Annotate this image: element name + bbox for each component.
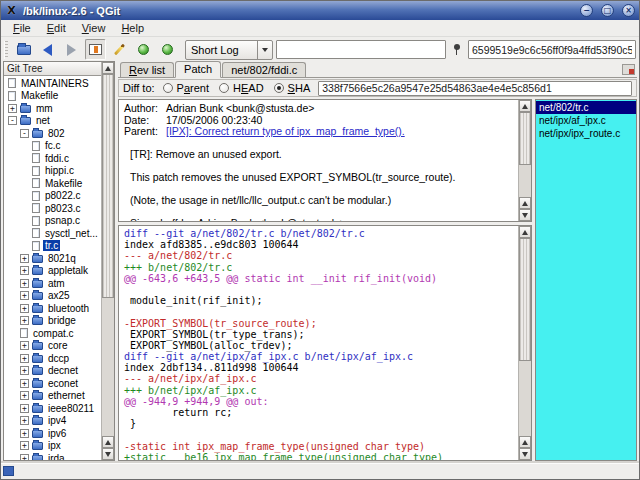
tree-item-p8022-c[interactable]: p8022.c	[4, 190, 101, 203]
expander-plus-icon[interactable]: +	[20, 341, 29, 350]
tree-item-8021q[interactable]: +8021q	[4, 252, 101, 265]
expander-minus-icon[interactable]: -	[20, 129, 29, 138]
scroll-track[interactable]	[519, 238, 531, 436]
scroll-track[interactable]	[519, 112, 531, 197]
tree-item-fc-c[interactable]: fc.c	[4, 140, 101, 153]
changed-file-net-802-tr-c[interactable]: net/802/tr.c	[536, 101, 636, 114]
tree-item-p8023-c[interactable]: p8023.c	[4, 202, 101, 215]
menu-item-view[interactable]: View	[74, 21, 114, 35]
diff-to-radio-sha[interactable]: SHA	[274, 82, 311, 94]
expander-plus-icon[interactable]: +	[20, 441, 29, 450]
tree-item-makefile[interactable]: Makefile	[4, 90, 101, 103]
expander-plus-icon[interactable]: +	[20, 279, 29, 288]
scroll-down-button[interactable]	[519, 448, 531, 460]
expander-plus-icon[interactable]: +	[20, 304, 29, 313]
tree-item-802[interactable]: -802	[4, 127, 101, 140]
tree-item-core[interactable]: +core	[4, 340, 101, 353]
tree-item-atm[interactable]: +atm	[4, 277, 101, 290]
expander-plus-icon[interactable]: +	[20, 291, 29, 300]
tab-rev-list[interactable]: Rev list	[120, 62, 174, 77]
expander-plus-icon[interactable]: +	[20, 404, 29, 413]
diff-to-sha-field[interactable]	[318, 81, 632, 96]
commit-scrollbar[interactable]	[518, 100, 531, 221]
expander-plus-icon[interactable]: +	[20, 316, 29, 325]
expander-plus-icon[interactable]: +	[20, 254, 29, 263]
open-repo-button[interactable]	[13, 39, 34, 60]
tree-item-maintainers[interactable]: MAINTAINERS	[4, 77, 101, 90]
tab-patch[interactable]: Patch	[175, 61, 221, 78]
expander-plus-icon[interactable]: +	[20, 354, 29, 363]
expander-plus-icon[interactable]: +	[20, 379, 29, 388]
expander-plus-icon[interactable]: +	[20, 266, 29, 275]
scroll-thumb[interactable]	[102, 74, 114, 298]
radio-icon[interactable]	[274, 83, 284, 93]
expander-plus-icon[interactable]: +	[20, 366, 29, 375]
tree-item-irda[interactable]: +irda	[4, 452, 101, 460]
scroll-down-button[interactable]	[102, 448, 114, 460]
scroll-up-button[interactable]	[102, 62, 114, 74]
menu-item-edit[interactable]: Edit	[39, 21, 74, 35]
pin-button[interactable]	[449, 41, 465, 59]
tree-item-ipv6[interactable]: +ipv6	[4, 427, 101, 440]
expander-plus-icon[interactable]: +	[8, 104, 17, 113]
tree-item-net[interactable]: -net	[4, 115, 101, 128]
menu-item-file[interactable]: File	[5, 21, 39, 35]
changed-file-net-ipx-af-ipx-c[interactable]: net/ipx/af_ipx.c	[536, 114, 636, 127]
tree-item-bluetooth[interactable]: +bluetooth	[4, 302, 101, 315]
tree-item-ethernet[interactable]: +ethernet	[4, 390, 101, 403]
back-button[interactable]	[37, 39, 58, 60]
menu-item-help[interactable]: Help	[113, 21, 152, 35]
close-button[interactable]: ×	[622, 4, 635, 17]
diff-to-radio-head[interactable]: HEAD	[219, 82, 264, 94]
forward-button[interactable]	[61, 39, 82, 60]
toggle-tree-view-button[interactable]	[85, 39, 106, 60]
tabbar-corner-find-icon[interactable]	[622, 64, 635, 75]
tree-item-mm[interactable]: +mm	[4, 102, 101, 115]
diff-scrollbar[interactable]	[518, 226, 531, 460]
scroll-down-button[interactable]	[519, 209, 531, 221]
tree-item-makefile[interactable]: Makefile	[4, 177, 101, 190]
radio-icon[interactable]	[163, 83, 173, 93]
tab-net-802-fddi-c[interactable]: net/802/fddi.c	[222, 62, 306, 77]
titlebar[interactable]: X /bk/linux-2.6 - QGit − □ ×	[1, 1, 639, 20]
tree-item-ieee80211[interactable]: +ieee80211	[4, 402, 101, 415]
scroll-up-button[interactable]	[102, 436, 114, 448]
tree-scrollbar[interactable]	[101, 62, 114, 460]
scroll-up-button[interactable]	[519, 197, 531, 209]
search-input[interactable]	[276, 40, 446, 59]
scroll-track[interactable]	[102, 74, 114, 436]
tree-item-appletalk[interactable]: +appletalk	[4, 265, 101, 278]
log-mode-combobox[interactable]: Short Log	[185, 40, 273, 60]
tree-item-ipv4[interactable]: +ipv4	[4, 415, 101, 428]
scroll-thumb[interactable]	[519, 112, 531, 165]
tree-item-dccp[interactable]: +dccp	[4, 352, 101, 365]
radio-icon[interactable]	[219, 83, 229, 93]
expander-plus-icon[interactable]: +	[20, 429, 29, 438]
commit-message-body[interactable]: Author: Adrian Bunk <bunk@stusta.de> Dat…	[119, 100, 518, 221]
combo-dropdown-button[interactable]	[257, 41, 272, 59]
tree-item-econet[interactable]: +econet	[4, 377, 101, 390]
current-sha-field[interactable]	[468, 40, 636, 59]
scroll-up-button[interactable]	[519, 100, 531, 112]
scroll-thumb[interactable]	[519, 238, 531, 361]
tree-item-sysctl-net-[interactable]: sysctl_net...	[4, 227, 101, 240]
expander-plus-icon[interactable]: +	[20, 416, 29, 425]
scroll-up-button[interactable]	[519, 226, 531, 238]
find-button[interactable]	[109, 39, 130, 60]
diff-body[interactable]: diff --git a/net/802/tr.c b/net/802/tr.c…	[119, 226, 518, 460]
tree-item-ax25[interactable]: +ax25	[4, 290, 101, 303]
save-patch-button[interactable]	[133, 39, 154, 60]
parent-commit-link[interactable]: [IPX]: Correct return type of ipx_map_fr…	[166, 125, 405, 137]
tree-item-ipx[interactable]: +ipx	[4, 440, 101, 453]
git-tree-header[interactable]: Git Tree	[4, 62, 101, 76]
scroll-up-button[interactable]	[519, 436, 531, 448]
expander-plus-icon[interactable]: +	[20, 454, 29, 460]
maximize-button[interactable]: □	[601, 4, 614, 17]
tree-item-tr-c[interactable]: tr.c	[4, 240, 101, 253]
diff-to-radio-parent[interactable]: Parent	[163, 82, 209, 94]
expander-plus-icon[interactable]: +	[20, 391, 29, 400]
tree-item-decnet[interactable]: +decnet	[4, 365, 101, 378]
tree-item-psnap-c[interactable]: psnap.c	[4, 215, 101, 228]
tree-item-bridge[interactable]: +bridge	[4, 315, 101, 328]
tree-item-fddi-c[interactable]: fddi.c	[4, 152, 101, 165]
